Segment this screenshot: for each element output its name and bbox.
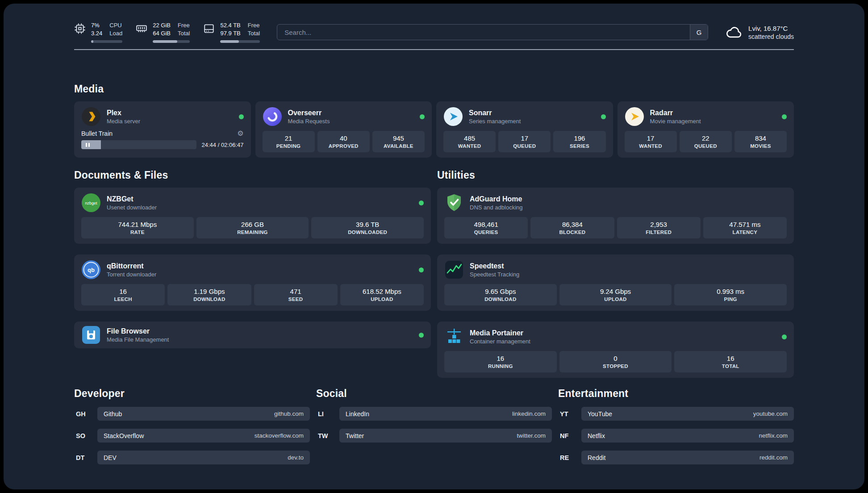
portainer-card[interactable]: Media Portainer Container management 16 … [437, 322, 794, 378]
bookmark-abbr: GH [74, 410, 90, 418]
bookmark-netflix[interactable]: Netflix netflix.com [581, 429, 794, 443]
stat-value: 22 [681, 134, 730, 142]
radarr-card[interactable]: Radarr Movie management 17 WANTED 22 QUE… [618, 101, 794, 158]
bookmark-youtube[interactable]: YouTube youtube.com [581, 407, 794, 421]
qbittorrent-stats: 16 LEECH 1.19 Gbps DOWNLOAD 471 SEED 6 [81, 284, 424, 305]
stat-value: 21 [264, 134, 313, 142]
stat-tile: 16 LEECH [81, 284, 165, 305]
stat-tile: 2,953 FILTERED [617, 217, 701, 238]
search-input[interactable] [277, 25, 690, 40]
stat-tile: 471 SEED [254, 284, 338, 305]
stat-label: PENDING [264, 143, 313, 149]
app-subtitle: Movie management [650, 118, 701, 125]
media-section: Media Plex Media server [74, 83, 794, 158]
overseerr-title-block: Overseerr Media Requests [288, 109, 330, 125]
memory-total-label: Total [178, 29, 190, 38]
gear-icon[interactable]: ⚙ [237, 130, 243, 137]
bookmark-url: netflix.com [759, 432, 788, 439]
stat-value: 2,953 [619, 221, 699, 228]
app-name: Sonarr [469, 109, 521, 117]
social-column: Social LI LinkedIn linkedin.com TW Twitt… [316, 388, 552, 464]
plex-now-playing: Bullet Train ⚙ 24:44 / 02:06:47 [81, 130, 244, 149]
top-bar: 7% 3.24 CPU Load [74, 21, 794, 43]
radarr-icon [625, 107, 644, 126]
bookmark-github[interactable]: Github github.com [97, 407, 310, 421]
speedtest-card[interactable]: Speedtest Speedtest Tracking 9.65 Gbps D… [437, 255, 794, 311]
speedtest-stats: 9.65 Gbps DOWNLOAD 9.24 Gbps UPLOAD 0.99… [444, 284, 787, 305]
stat-label: RUNNING [446, 363, 555, 369]
app-subtitle: Container management [470, 338, 530, 345]
stat-value: 17 [626, 134, 675, 142]
adguard-card[interactable]: AdGuard Home DNS and adblocking 498,461 … [437, 188, 794, 244]
bookmark-url: twitter.com [517, 432, 546, 439]
portainer-stats: 16 RUNNING 0 STOPPED 16 TOTAL [444, 351, 787, 372]
qbittorrent-title-block: qBittorrent Torrent downloader [107, 262, 156, 278]
cpu-usage-value: 7% [91, 21, 102, 29]
stat-value: 17 [500, 134, 549, 142]
bookmark-name: Reddit [588, 454, 605, 461]
bookmark-abbr: YT [558, 410, 574, 418]
svg-text:qb: qb [88, 267, 95, 273]
sonarr-card[interactable]: Sonarr Series management 485 WANTED 17 Q… [436, 101, 613, 158]
overseerr-card[interactable]: Overseerr Media Requests 21 PENDING 40 A… [255, 101, 432, 158]
bookmark-twitter[interactable]: Twitter twitter.com [339, 429, 552, 443]
online-status-dot [782, 334, 787, 339]
filebrowser-card[interactable]: File Browser Media File Management [74, 322, 431, 348]
memory-total-value: 64 GiB [153, 29, 171, 38]
stat-tile: 17 WANTED [625, 131, 677, 152]
developer-section-title: Developer [74, 388, 310, 400]
stat-label: DOWNLOADED [313, 230, 422, 235]
plex-card[interactable]: Plex Media server Bullet Train ⚙ [74, 101, 251, 158]
bookmark-url: github.com [274, 410, 304, 417]
disk-usage-bar [220, 40, 260, 43]
bookmark-stackoverflow[interactable]: StackOverflow stackoverflow.com [97, 429, 310, 443]
bookmark-linkedin[interactable]: LinkedIn linkedin.com [339, 407, 552, 421]
qbittorrent-card[interactable]: qb qBittorrent Torrent downloader 16 LEE… [74, 255, 431, 311]
stat-value: 86,384 [532, 221, 612, 228]
bookmark-reddit[interactable]: Reddit reddit.com [581, 451, 794, 464]
stat-value: 618.52 Mbps [342, 288, 422, 295]
stat-tile: 39.6 TB DOWNLOADED [311, 217, 424, 238]
app-name: qBittorrent [107, 262, 156, 270]
disk-icon [203, 23, 215, 34]
nzbget-card[interactable]: nzbget NZBGet Usenet downloader 744.21 M… [74, 188, 431, 244]
app-subtitle: Usenet downloader [107, 204, 157, 211]
app-name: Radarr [650, 109, 701, 117]
bookmark-abbr: RE [558, 454, 574, 461]
stat-label: WANTED [626, 143, 675, 149]
adguard-title-block: AdGuard Home DNS and adblocking [470, 195, 523, 211]
app-name: NZBGet [107, 195, 157, 203]
bookmark-dev[interactable]: DEV dev.to [97, 451, 310, 464]
utilities-section-title: Utilities [437, 169, 794, 181]
seek-bar[interactable] [81, 140, 196, 149]
stat-label: QUEUED [681, 143, 730, 149]
stat-value: 1.19 Gbps [169, 288, 249, 295]
pause-button[interactable] [81, 140, 94, 149]
stat-label: SEED [256, 297, 336, 302]
now-playing-title: Bullet Train [81, 130, 113, 137]
bookmark-name: Netflix [588, 432, 605, 439]
app-name: Plex [107, 109, 140, 117]
search-engine-button[interactable]: G [690, 25, 708, 40]
bookmark-name: Twitter [346, 432, 364, 439]
stat-tile: 618.52 Mbps UPLOAD [340, 284, 424, 305]
stat-label: BLOCKED [532, 230, 612, 235]
stat-tile: 9.24 Gbps UPLOAD [559, 284, 672, 305]
cpu-load-value: 3.24 [91, 29, 102, 38]
filebrowser-card-header: File Browser Media File Management [81, 325, 424, 345]
entertainment-column: Entertainment YT YouTube youtube.com NF … [558, 388, 794, 464]
stat-value: 945 [374, 134, 423, 142]
sonarr-icon [443, 107, 463, 126]
documents-column: Documents & Files nzbget NZBGet Usenet d… [74, 169, 431, 348]
stat-label: RATE [83, 230, 192, 235]
stat-label: DOWNLOAD [446, 297, 555, 302]
app-subtitle: Speedtest Tracking [470, 271, 519, 278]
adguard-icon [444, 193, 464, 213]
bookmark-url: linkedin.com [512, 410, 546, 417]
utilities-column: Utilities AdGuard Home DNS and adblockin… [437, 169, 794, 378]
plex-icon [81, 107, 101, 126]
stat-tile: 9.65 Gbps DOWNLOAD [444, 284, 557, 305]
bookmark-abbr: DT [74, 454, 90, 461]
stat-label: MOVIES [736, 143, 785, 149]
cpu-widget: 7% 3.24 CPU Load [74, 21, 122, 43]
